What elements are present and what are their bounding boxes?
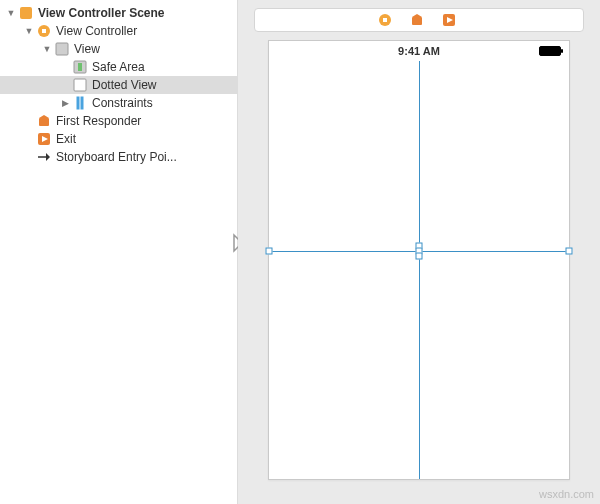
disclosure-icon[interactable]: ▼: [6, 8, 16, 18]
constraints-icon: [72, 95, 88, 111]
outline-row-exit[interactable]: ▶ Exit: [0, 130, 237, 148]
exit-icon: [36, 131, 52, 147]
resize-handle[interactable]: [566, 248, 573, 255]
outline-row-storyboard-entry[interactable]: ▶ Storyboard Entry Poi...: [0, 148, 237, 166]
first-responder-icon: [36, 113, 52, 129]
uiview-icon: [72, 77, 88, 93]
svg-rect-8: [81, 97, 83, 109]
svg-rect-6: [74, 79, 86, 91]
outline-label: Storyboard Entry Poi...: [56, 148, 177, 166]
disclosure-icon[interactable]: ▼: [42, 44, 52, 54]
battery-icon: [539, 46, 561, 56]
view-icon: [54, 41, 70, 57]
alignment-guide-vertical: [419, 61, 420, 479]
outline-row-constraints[interactable]: ▶ Constraints: [0, 94, 237, 112]
resize-handle[interactable]: [416, 253, 423, 260]
device-frame[interactable]: 9:41 AM: [268, 40, 570, 480]
outline-label: View Controller Scene: [38, 4, 165, 22]
svg-rect-2: [42, 29, 46, 33]
watermark: wsxdn.com: [539, 488, 594, 500]
disclosure-icon[interactable]: ▼: [24, 26, 34, 36]
svg-rect-0: [20, 7, 32, 19]
document-outline: ▼ View Controller Scene ▼ View Controlle…: [0, 0, 238, 504]
svg-rect-7: [77, 97, 79, 109]
outline-label: Exit: [56, 130, 76, 148]
first-responder-icon[interactable]: [410, 13, 424, 27]
outline-label: Dotted View: [92, 76, 156, 94]
exit-icon[interactable]: [442, 13, 456, 27]
outline-label: Constraints: [92, 94, 153, 112]
interface-builder-canvas[interactable]: 9:41 AM: [238, 0, 600, 504]
scene-icon: [18, 5, 34, 21]
outline-row-dotted-view[interactable]: ▶ Dotted View: [0, 76, 237, 94]
svg-marker-10: [39, 115, 49, 118]
outline-label: Safe Area: [92, 58, 145, 76]
view-controller-icon: [36, 23, 52, 39]
svg-marker-19: [412, 14, 422, 17]
arrow-right-icon: [36, 149, 52, 165]
outline-row-view[interactable]: ▼ View: [0, 40, 237, 58]
svg-rect-5: [78, 63, 82, 71]
svg-marker-14: [46, 153, 50, 161]
svg-rect-3: [56, 43, 68, 55]
outline-row-safe-area[interactable]: ▶ Safe Area: [0, 58, 237, 76]
resize-handle[interactable]: [266, 248, 273, 255]
outline-row-first-responder[interactable]: ▶ First Responder: [0, 112, 237, 130]
outline-label: View Controller: [56, 22, 137, 40]
svg-rect-17: [383, 18, 387, 22]
status-bar: 9:41 AM: [269, 41, 569, 61]
outline-label: View: [74, 40, 100, 58]
status-time: 9:41 AM: [398, 45, 440, 57]
outline-row-scene[interactable]: ▼ View Controller Scene: [0, 4, 237, 22]
svg-rect-9: [39, 118, 49, 126]
safe-area-icon: [72, 59, 88, 75]
outline-row-view-controller[interactable]: ▼ View Controller: [0, 22, 237, 40]
svg-rect-18: [412, 17, 422, 25]
view-controller-icon[interactable]: [378, 13, 392, 27]
outline-label: First Responder: [56, 112, 141, 130]
disclosure-icon[interactable]: ▶: [60, 98, 70, 108]
canvas-toolbar: [254, 8, 584, 32]
